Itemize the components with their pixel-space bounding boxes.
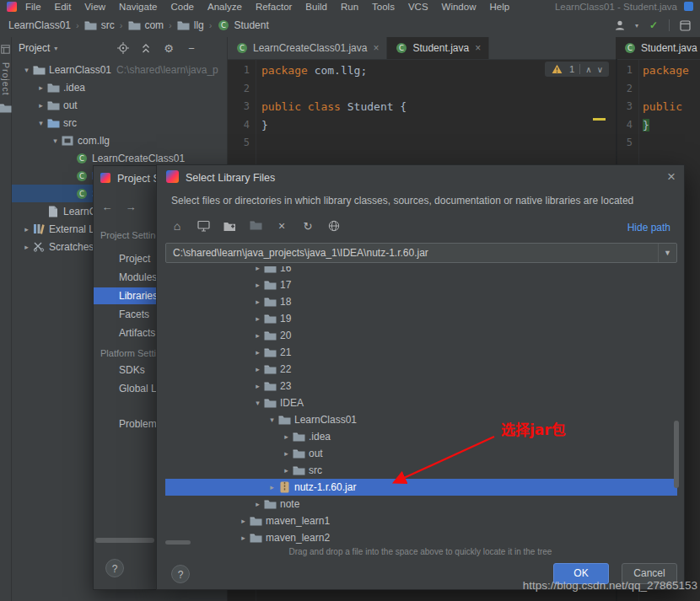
menu-item-tools[interactable]: Tools (365, 2, 401, 12)
settings-item-sdks[interactable]: SDKs (94, 362, 156, 378)
path-combobox[interactable]: C:\shared\learn\java_projects\java_1\IDE… (165, 243, 677, 263)
menu-item-edit[interactable]: Edit (48, 2, 78, 12)
horizontal-scrollbar[interactable] (165, 540, 191, 545)
delete-icon[interactable]: × (275, 219, 288, 233)
close-tab-icon[interactable]: × (373, 42, 379, 54)
chevron-down-icon[interactable]: ▾ (252, 399, 263, 407)
forward-icon[interactable]: → (124, 200, 137, 213)
prev-warning-icon[interactable]: ∧ (585, 65, 591, 74)
project-tree-item-learnclass01[interactable]: ▾LearnClass01C:\shared\learn\java_p (12, 61, 227, 78)
collapse-icon[interactable] (139, 41, 153, 55)
horizontal-scrollbar[interactable] (95, 538, 154, 543)
chevron-right-icon[interactable]: ▸ (267, 483, 277, 491)
chevron-right-icon[interactable]: ▸ (281, 466, 292, 475)
menu-item-analyze[interactable]: Analyze (201, 2, 249, 12)
settings-item-project[interactable]: Project (94, 250, 156, 267)
file-tree-item-note[interactable]: ▸note (165, 496, 677, 512)
file-tree-item-16[interactable]: ▸16 (165, 266, 677, 276)
menu-item-code[interactable]: Code (164, 2, 201, 12)
breadcrumb-item-learnclass01[interactable]: LearnClass01 (8, 19, 71, 31)
chevron-right-icon[interactable]: ▸ (35, 101, 46, 110)
chevron-right-icon[interactable]: ▸ (21, 225, 32, 233)
file-tree-item-17[interactable]: ▸17 (165, 276, 677, 293)
file-tree-item-21[interactable]: ▸21 (165, 344, 677, 361)
settings-item-facets[interactable]: Facets (94, 306, 156, 323)
settings-item-global-libraries[interactable]: Global Libraries (94, 380, 156, 397)
home-icon[interactable]: ⌂ (170, 219, 184, 233)
file-tree-item-.idea[interactable]: ▸.idea (165, 428, 677, 445)
file-tree-item-19[interactable]: ▸19 (165, 310, 677, 327)
window-icon[interactable] (678, 19, 692, 32)
chevron-down-icon[interactable]: ▾ (35, 119, 46, 127)
gear-icon[interactable]: ⚙ (162, 41, 175, 55)
chevron-right-icon[interactable]: ▸ (252, 281, 263, 289)
chevron-right-icon[interactable]: ▸ (21, 243, 32, 251)
file-tree-item-18[interactable]: ▸18 (165, 293, 677, 310)
file-tree-item-maven_learn2[interactable]: ▸maven_learn2 (165, 529, 677, 546)
settings-item-artifacts[interactable]: Artifacts (94, 325, 156, 341)
user-icon[interactable] (613, 19, 627, 32)
menu-item-vcs[interactable]: VCS (401, 2, 435, 12)
folder-icon[interactable] (0, 101, 13, 115)
chevron-right-icon[interactable]: ▸ (252, 314, 263, 323)
chevron-right-icon[interactable]: ▸ (252, 298, 263, 306)
menu-item-run[interactable]: Run (334, 2, 365, 12)
menu-item-file[interactable]: File (19, 2, 48, 12)
chevron-right-icon[interactable]: ▸ (238, 517, 249, 525)
settings-item-problems[interactable]: Problems (94, 416, 156, 432)
menu-item-navigate[interactable]: Navigate (112, 2, 164, 12)
editor-tab-student.java[interactable]: CStudent.java (616, 37, 700, 59)
settings-item-libraries[interactable]: Libraries (94, 287, 156, 304)
breadcrumb-item-com[interactable]: com (127, 19, 164, 32)
back-icon[interactable]: ← (100, 200, 114, 213)
tool-window-icon[interactable] (0, 42, 13, 56)
next-warning-icon[interactable]: ∨ (597, 65, 603, 74)
help-button[interactable]: ? (105, 559, 124, 577)
web-icon[interactable] (327, 219, 341, 233)
menu-item-view[interactable]: View (78, 2, 112, 12)
target-icon[interactable] (116, 41, 130, 55)
project-tree-item-src[interactable]: ▾src (12, 114, 227, 131)
chevron-right-icon[interactable]: ▸ (252, 331, 263, 340)
project-tree-item-com.llg[interactable]: ▾com.llg (12, 131, 227, 149)
settings-item-modules[interactable]: Modules (94, 269, 156, 286)
chevron-right-icon[interactable]: ▸ (281, 449, 292, 458)
editor-tab-learncreateclass01.java[interactable]: CLearnCreateClass01.java× (228, 37, 387, 59)
hide-path-link[interactable]: Hide path (627, 222, 670, 233)
help-button[interactable]: ? (171, 565, 190, 583)
vertical-scrollbar[interactable] (674, 421, 679, 488)
project-tree-item-.idea[interactable]: ▸.idea (12, 78, 227, 96)
chevron-right-icon[interactable]: ▸ (252, 348, 263, 357)
chevron-right-icon[interactable]: ▸ (252, 365, 263, 373)
chevron-right-icon[interactable]: ▸ (252, 266, 263, 272)
file-tree-item-idea[interactable]: ▾IDEA (165, 394, 677, 411)
combobox-arrow-icon[interactable]: ▼ (658, 244, 676, 262)
file-tree-item-learnclass01[interactable]: ▾LearnClass01 (165, 411, 677, 428)
menu-item-build[interactable]: Build (299, 2, 334, 12)
folder-small-icon[interactable] (0, 101, 13, 115)
menu-item-window[interactable]: Window (435, 2, 483, 12)
file-tree-item-22[interactable]: ▸22 (165, 361, 677, 378)
menu-item-refactor[interactable]: Refactor (249, 2, 299, 12)
breadcrumb-item-llg[interactable]: llg (177, 19, 204, 32)
chevron-down-icon[interactable]: ▾ (54, 45, 57, 52)
breadcrumb-item-student[interactable]: CStudent (217, 19, 268, 32)
refresh-icon[interactable]: ↻ (301, 219, 315, 233)
tool-window-icon[interactable] (0, 42, 13, 56)
folder-plain-icon[interactable] (249, 219, 262, 233)
forward-icon[interactable]: → (124, 200, 137, 213)
chevron-down-icon[interactable]: ▾ (635, 22, 638, 30)
chevron-right-icon[interactable]: ▸ (281, 432, 292, 441)
file-tree-item-20[interactable]: ▸20 (165, 327, 677, 344)
close-icon[interactable]: × (667, 169, 676, 185)
minus-icon[interactable]: − (185, 41, 198, 55)
project-tree-item-out[interactable]: ▸out (12, 96, 227, 114)
file-tree-item-nutz-1.r.60.jar[interactable]: ▸nutz-1.r.60.jar (165, 479, 677, 496)
breadcrumb-item-src[interactable]: src (84, 19, 115, 32)
file-tree-item-src[interactable]: ▸src (165, 462, 677, 479)
new-folder-icon[interactable] (223, 219, 236, 233)
chevron-down-icon[interactable]: ▾ (267, 416, 277, 424)
back-icon[interactable]: ← (100, 200, 114, 213)
desktop-icon[interactable] (197, 219, 210, 233)
close-tab-icon[interactable]: × (475, 42, 481, 54)
